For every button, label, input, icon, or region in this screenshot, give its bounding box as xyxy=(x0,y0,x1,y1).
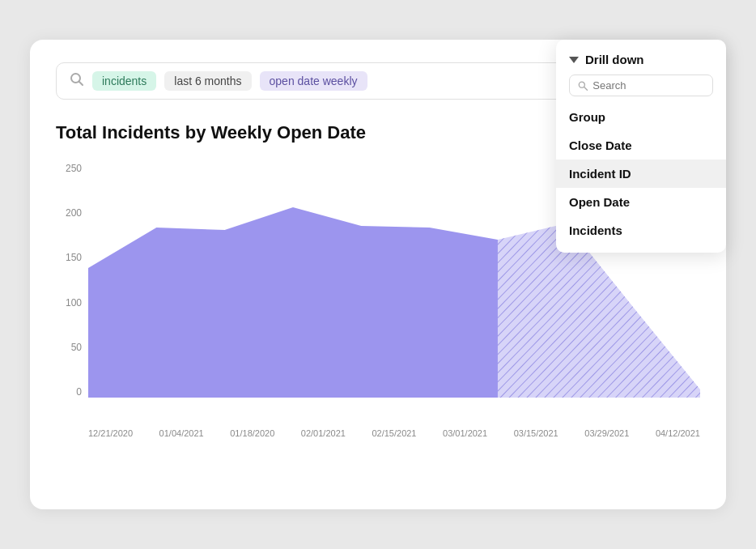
x-label-2: 01/18/2020 xyxy=(230,428,274,438)
tag-last6months[interactable]: last 6 months xyxy=(164,71,251,91)
drill-item-open-date[interactable]: Open Date xyxy=(556,188,726,216)
x-label-1: 01/04/2021 xyxy=(159,428,204,438)
triangle-icon xyxy=(569,57,579,63)
x-label-5: 03/01/2021 xyxy=(443,428,487,438)
chart-solid-area xyxy=(88,207,498,398)
x-label-8: 04/12/2021 xyxy=(656,428,700,438)
drill-item-close-date[interactable]: Close Date xyxy=(556,131,726,160)
drill-down-header: Drill down xyxy=(556,53,726,74)
tag-open-date-weekly[interactable]: open date weekly xyxy=(260,71,367,91)
drill-down-title: Drill down xyxy=(585,53,644,66)
y-axis: 250 200 150 100 50 0 xyxy=(56,163,82,398)
y-label-50: 50 xyxy=(56,342,82,353)
x-label-3: 02/01/2021 xyxy=(301,428,346,438)
svg-line-1 xyxy=(79,81,83,85)
x-label-0: 12/21/2020 xyxy=(88,428,133,438)
svg-line-4 xyxy=(584,87,588,90)
x-axis: 12/21/2020 01/04/2021 01/18/2020 02/01/2… xyxy=(88,428,700,438)
y-label-250: 250 xyxy=(56,163,82,174)
y-label-100: 100 xyxy=(56,297,82,309)
drill-search-input[interactable] xyxy=(592,79,704,92)
drill-item-incident-id[interactable]: Incident ID xyxy=(556,160,726,188)
drill-search-box[interactable] xyxy=(569,74,713,96)
drill-down-panel: Drill down Group Close Date Incident ID … xyxy=(556,40,726,253)
x-label-4: 02/15/2021 xyxy=(372,428,416,438)
search-icon xyxy=(70,72,84,91)
drill-item-group[interactable]: Group xyxy=(556,103,726,131)
main-card: incidents last 6 months open date weekly… xyxy=(30,40,726,509)
drill-search-icon xyxy=(578,80,588,92)
drill-item-incidents[interactable]: Incidents xyxy=(556,216,726,245)
y-label-150: 150 xyxy=(56,252,82,263)
x-label-6: 03/15/2021 xyxy=(514,428,559,438)
y-label-0: 0 xyxy=(56,386,82,398)
tag-incidents[interactable]: incidents xyxy=(92,71,156,91)
x-label-7: 03/29/2021 xyxy=(584,428,629,438)
y-label-200: 200 xyxy=(56,207,82,219)
